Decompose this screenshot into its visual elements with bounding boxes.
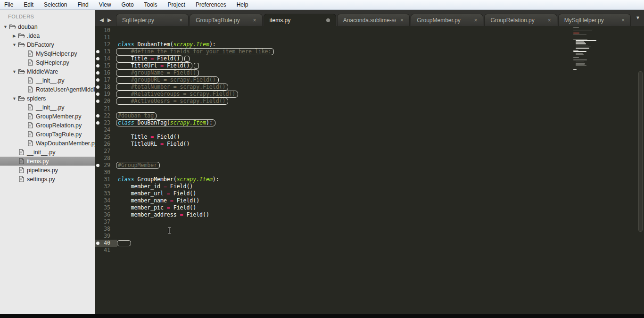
sidebar-item-grouptagrule-py[interactable]: GroupTagRule.py [0,130,95,139]
tab-mysqlhelper-py[interactable]: MySqlHelper.py× [558,14,631,26]
file-icon [26,140,34,146]
code-line-19[interactable]: 19 #RelativeGroups = scrapy.Field() [95,91,644,98]
lint-outline-box: Title = Field() [116,55,183,62]
vertical-scrollbar[interactable] [638,71,643,232]
menu-item-find[interactable]: Find [72,0,93,9]
code-text: #ActiveUesrs = scrapy.Field() [118,98,228,105]
gutter: 33 [95,190,117,197]
code-line-37[interactable]: 37 [95,218,644,226]
menu-item-selection[interactable]: Selection [39,0,72,9]
sidebar-item--init-py[interactable]: __init__.py [0,148,95,157]
code-line-25[interactable]: 25 Title = Field() [95,134,644,141]
code-line-16[interactable]: 16 #groupName = Field() [95,69,644,76]
code-line-20[interactable]: 20 #ActiveUesrs = scrapy.Field() [95,98,644,105]
file-icon [26,77,34,84]
code-line-12[interactable]: 12class DoubanItem(scrapy.Item): [95,41,644,48]
code-line-35[interactable]: 35 member_pic = Field() [95,204,644,211]
sidebar-item-middleware[interactable]: ▼MiddleWare [0,67,95,76]
menu-item-view[interactable]: View [94,0,116,9]
sidebar-item-settings-py[interactable]: settings.py [0,175,95,184]
menu-item-preferences[interactable]: Preferences [190,0,231,9]
menu-item-edit[interactable]: Edit [18,0,39,9]
code-line-31[interactable]: 31class GroupMember(scrapy.Item): [95,176,644,183]
code-line-27[interactable]: 27 [95,148,644,155]
code-line-18[interactable]: 18 #totalNumber = scrapy.Field() [95,84,644,91]
code-line-39[interactable]: 39 [95,233,644,240]
code-line-36[interactable]: 36 member_address = Field() [95,211,644,218]
lint-outline-box: #ActiveUesrs = scrapy.Field() [116,98,228,105]
code-line-30[interactable]: 30 [95,169,644,176]
tree-item-label: SqlHepler.py [36,59,69,66]
sidebar-item-mysqlhelper-py[interactable]: MySqlHelper.py [0,49,95,58]
tab-items-py[interactable]: items.py [264,14,336,26]
sidebar-item--init-py[interactable]: __init__.py [0,76,95,85]
code-line-15[interactable]: 15 TitleUrl = Field() [95,62,644,69]
line-number: 27 [104,148,110,154]
code-line-17[interactable]: 17 #groupURL = scrapy.Field() [95,76,644,84]
sidebar-item-items-py[interactable]: items.py [0,157,95,166]
code-text: #groupURL = scrapy.Field() [118,76,219,84]
chevron-right-icon[interactable]: ▶ [11,33,17,38]
tab-close-icon[interactable]: × [621,17,625,24]
code-lines: 101112class DoubanItem(scrapy.Item):13 #… [95,27,644,254]
tab-groupmember-py[interactable]: GroupMember.py× [411,14,483,26]
sidebar-item--idea[interactable]: ▶.idea [0,31,95,40]
sidebar-item-douban[interactable]: ▼douban [0,22,95,31]
menu-item-tools[interactable]: Tools [139,0,163,9]
code-line-41[interactable]: 41 [95,247,644,254]
tab-close-icon[interactable]: × [253,17,256,24]
tab-anaconda-sublime-settings[interactable]: Anaconda.sublime-settings× [337,14,410,26]
sidebar-item--init-py[interactable]: __init__.py [0,103,95,112]
code-line-22[interactable]: 22#douban tag [95,112,644,119]
gutter: 23 [95,119,117,126]
tab-nav-forward-icon[interactable]: ▶ [107,17,111,23]
gutter: 31 [95,176,117,183]
sidebar-item-rotateuseragentmiddlew[interactable]: RotateUserAgentMiddlew [0,85,95,94]
code-line-29[interactable]: 29#GroupMember [95,162,644,169]
code-line-21[interactable]: 21 [95,105,644,112]
sidebar-item-wapdoubanmember-py[interactable]: WapDoubanMember.py [0,139,95,148]
code-line-40[interactable]: 40 [95,240,644,247]
code-line-38[interactable]: 38 [95,226,644,233]
code-line-24[interactable]: 24 [95,126,644,134]
minimap[interactable] [573,27,602,72]
menu-item-help[interactable]: Help [231,0,254,9]
sidebar-item-grouprelation-py[interactable]: GroupRelation.py [0,121,95,130]
menu-item-file[interactable]: File [0,0,18,9]
code-line-23[interactable]: 23class DouBanTag(scrapy.Item): [95,119,644,126]
sidebar-item-dbfactory[interactable]: ▼DbFactory [0,40,95,49]
code-text: TitleURL = Field() [118,141,190,148]
code-line-26[interactable]: 26 TitleURL = Field() [95,141,644,148]
code-line-11[interactable]: 11 [95,34,644,41]
sidebar-item-spiders[interactable]: ▼spiders [0,94,95,103]
chevron-down-icon[interactable]: ▼ [11,69,17,74]
tab-close-icon[interactable]: × [474,17,477,24]
tab-grouprelation-py[interactable]: GroupRelation.py× [484,14,557,26]
menu-item-goto[interactable]: Goto [116,0,139,9]
code-line-33[interactable]: 33 member_url = Field() [95,190,644,197]
line-number: 22 [104,112,110,119]
sidebar-item-pipelines-py[interactable]: pipelines.py [0,166,95,175]
menu-item-project[interactable]: Project [163,0,190,9]
code-line-28[interactable]: 28 [95,155,644,162]
code-line-13[interactable]: 13 #define the fields for your item here… [95,48,644,55]
code-line-32[interactable]: 32 member_id = Field() [95,183,644,190]
tab-nav-back-icon[interactable]: ◀ [100,17,104,23]
tab-grouptagrule-py[interactable]: GroupTagRule.py× [190,14,262,26]
tab-sqlhepler-py[interactable]: SqlHepler.py× [116,14,189,26]
tab-close-icon[interactable]: × [179,17,182,24]
tree-item-label: douban [18,24,38,30]
line-number: 36 [104,211,110,218]
chevron-down-icon[interactable]: ▼ [2,25,8,29]
code-line-34[interactable]: 34 member_name = Field() [95,197,644,204]
chevron-down-icon[interactable]: ▼ [11,42,17,47]
tab-close-icon[interactable]: × [548,17,551,24]
code-line-14[interactable]: 14 Title = Field() [95,55,644,62]
tab-overflow-icon[interactable]: ▼ [632,15,644,20]
code-line-10[interactable]: 10 [95,27,644,34]
sidebar-item-groupmember-py[interactable]: GroupMember.py [0,112,95,121]
tab-close-icon[interactable]: × [400,17,404,24]
chevron-down-icon[interactable]: ▼ [11,96,17,101]
code-editor[interactable]: 101112class DoubanItem(scrapy.Item):13 #… [95,26,644,314]
sidebar-item-sqlhepler-py[interactable]: SqlHepler.py [0,58,95,67]
